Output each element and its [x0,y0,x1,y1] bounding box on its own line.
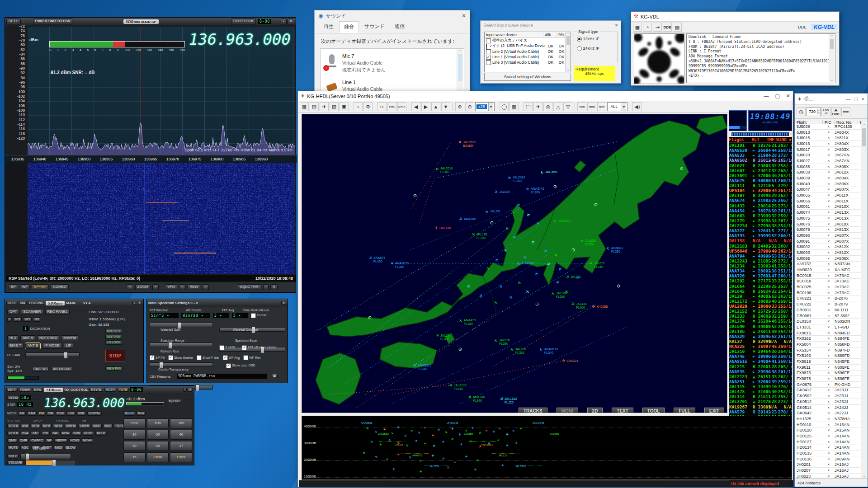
flight-row[interactable]: ANA372► 12641-5277/ 46 [729,228,792,233]
aircraft-icon[interactable]: ✈ [430,433,434,437]
aircraft-icon[interactable]: ✈ [534,271,540,276]
csv-filename-input[interactable]: SDRuno_PWRSNR.csv [177,374,267,379]
aircraft-icon[interactable]: ✈ [432,444,437,448]
aircraft-icon[interactable]: ✈ [498,284,504,290]
flight-row[interactable]: JAL2123▲ 26151-33262/ 91 [729,374,792,379]
rx-6000-button[interactable]: 6000 [103,424,113,428]
flight-row[interactable]: JAL234▲ 33003-41258/143 [729,263,792,268]
map-text-button[interactable]: TEXT [612,408,633,413]
aircraft-icon[interactable]: ✈ [434,165,440,171]
aircraft-icon[interactable]: ✈ [525,186,531,192]
kgvdl-message-area[interactable]: ⌃⌄ Downlink - Command FrameT O : F002A2 … [686,33,835,83]
mode-dsb-button[interactable]: DSB [56,411,65,416]
mode-fm-button[interactable]: FM [38,411,45,416]
keypad-60-button[interactable]: 60 [147,430,169,440]
rx-button[interactable]: RX [33,317,40,322]
anta-button[interactable]: ANT A [20,335,35,341]
aircraft-icon[interactable]: ✈ [552,218,558,224]
scanner-button[interactable]: SCANNER [21,309,43,315]
aircraft-icon[interactable]: ✈ [538,347,544,352]
sqlc-button[interactable]: SQLC [7,454,19,459]
aircraft-icon[interactable]: ✈ [555,280,561,285]
kghfdl-close-icon[interactable]: ✕ [786,93,790,99]
contacts-titlebar[interactable]: ✈ 受... — ▢ ✕ [795,94,868,105]
aircraft-icon[interactable]: ✈ [386,458,389,462]
rx-nboff-button[interactable]: NBOFF [54,438,68,443]
flight-row[interactable]: JAL607► 24017-32268/ 69 [729,168,792,173]
contact-row[interactable]: HD0110×JA16AN [795,422,862,428]
info-button[interactable]: i [263,284,269,290]
contact-row[interactable]: HA1325×N378HA [795,416,862,422]
notches-button[interactable]: NOTCHES [37,335,59,341]
aircraft-icon[interactable]: ✈ [526,212,532,218]
plane-filter-icon[interactable]: ✈ [533,102,542,111]
vrx0-button[interactable]: 0 [7,317,12,322]
flight-row[interactable]: ANA734► 28002-38251/104 [729,268,792,273]
tab-再生[interactable]: 再生 [319,21,338,33]
contact-row[interactable]: 6J0038×JA812X [795,170,862,176]
scroll-right-icon[interactable]: ▶ [789,137,792,142]
aircraft-icon[interactable]: ✈ [514,441,518,445]
sp-range-slider[interactable] [168,342,172,349]
aircraft-icon[interactable]: ✈ [460,442,463,446]
aircraft-icon[interactable]: ✈ [543,248,549,253]
frequency-display[interactable]: 136.963.000 [189,30,291,48]
pwr-snr-csv-button[interactable]: PWR & SNR TO CSV [33,19,73,24]
aircraft-icon[interactable]: ✈ [369,439,373,444]
flight-row[interactable]: JAL374▼ 35204-46255/149 [729,319,792,324]
sp-close-button[interactable]: X [288,19,294,24]
keypad-clear-button[interactable]: Clear [147,452,169,462]
aircraft-icon[interactable]: ✈ [467,394,473,400]
sp-sett-button[interactable]: SETT. [6,19,21,24]
contact-row[interactable]: 6J0095×JA806X [795,256,862,262]
t100-checkbox[interactable] [219,345,224,350]
panel-view-icon[interactable]: ▣ [340,102,349,111]
flight-column-header[interactable]: WIND [776,137,789,142]
display-icon[interactable]: ▤ [673,23,682,32]
graticule-icon[interactable]: ▦ [509,102,519,111]
specset-close-button[interactable]: X [281,301,286,305]
rx-close-button[interactable]: X [188,388,193,392]
list-item[interactable]: ↓Mic 7Virtual Audio Cable現在利用できません [323,52,459,76]
device-checkbox[interactable] [486,38,491,43]
ais-digital-button[interactable]: AIS DIGITAL [52,367,72,371]
aircraft-icon[interactable]: ✈ [424,442,427,446]
aircraft-icon[interactable]: ✈ [458,216,464,222]
aircraft-icon[interactable]: ✈ [485,266,491,272]
aircraft-icon[interactable]: ✈ [368,255,373,261]
flight-row[interactable]: JAL2183H 24402-32260/ 75 [729,244,792,249]
rx-nr-button[interactable]: NR [46,438,53,443]
rx-agc-button[interactable]: AGC [20,446,30,450]
aircraft-view-icon[interactable]: ✈ [320,102,329,111]
input-icon[interactable]: ⇥ [653,23,662,32]
contact-row[interactable]: 6J0015×JA811X [795,135,862,141]
contact-row[interactable]: 6J0020×JA67AN [795,152,862,158]
aircraft-icon[interactable]: ✈ [434,333,440,338]
aircraft-icon[interactable]: ✈ [424,427,427,430]
keypad-17-button[interactable]: 17 [170,441,192,451]
flight-row[interactable]: ANA533► 21994-28273/ 67 [729,153,792,158]
contact-row[interactable]: 6J0090×JA807X [795,233,862,239]
contact-row[interactable]: CK0222×B-2079 [795,301,862,307]
tab-通信[interactable]: 通信 [390,21,409,33]
contacts-rows[interactable]: 5J5039×RPC41096J0013×JA804X6J0015×JA811X… [795,124,862,478]
contact-row[interactable]: HD0120×JA15AN [795,427,862,433]
contact-row[interactable]: GK0502×JA23JJ [795,393,862,399]
aircraft-icon[interactable]: ✈ [430,454,434,458]
rx-slow-button[interactable]: SLOW [65,446,77,450]
rx-mute-button[interactable]: MUTE [7,446,19,450]
rx-nbn-button[interactable]: NBN [72,431,81,436]
contact-row[interactable]: DL0158×N502DN [795,319,862,324]
aircraft-icon[interactable]: ✈ [484,428,489,432]
kgvdl-scrollbar[interactable]: ⌃⌄ [829,34,835,82]
flight-row[interactable]: JAL215H 22001-28265/ 67 [729,364,792,369]
contact-row[interactable]: AA9737×N837AN [795,262,862,267]
input-device-scrollbar[interactable]: ⌃⌄ [565,32,571,72]
wf-palette-select[interactable]: Winrad ▾ [181,313,210,318]
flight-column-header[interactable]: TMP [767,137,776,142]
aircraft-icon[interactable]: ✈ [484,209,490,215]
flight-row[interactable]: JAL433► 20010-25273/ 57 [729,203,792,208]
list-view-icon[interactable]: ▤ [310,102,319,111]
sound-titlebar[interactable]: ◉ サウンド ✕ [315,10,470,21]
main-plugins-button[interactable]: PLUGINS [28,301,45,305]
